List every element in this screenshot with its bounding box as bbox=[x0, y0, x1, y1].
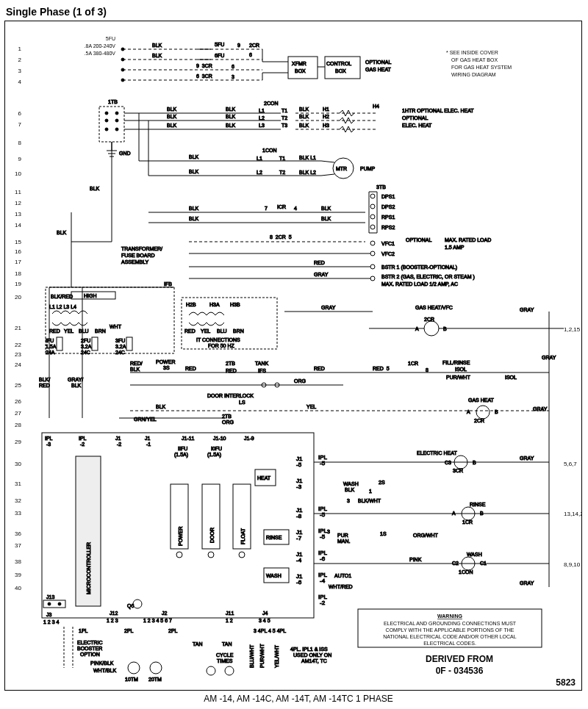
svg-text:-1: -1 bbox=[146, 442, 151, 447]
svg-text:21: 21 bbox=[15, 325, 21, 331]
svg-text:L1: L1 bbox=[259, 108, 265, 113]
page-id: 5823 bbox=[556, 677, 576, 688]
svg-text:ELECTRICAL CODES.: ELECTRICAL CODES. bbox=[423, 641, 476, 646]
svg-text:.8A 200-240V: .8A 200-240V bbox=[85, 43, 116, 48]
svg-point-407 bbox=[225, 666, 234, 675]
svg-text:YEL: YEL bbox=[64, 328, 74, 334]
svg-text:DPS2: DPS2 bbox=[381, 204, 395, 209]
svg-text:BLK: BLK bbox=[90, 186, 100, 191]
svg-line-141 bbox=[321, 174, 334, 176]
svg-text:MAX. RATED LOAD: MAX. RATED LOAD bbox=[445, 237, 491, 242]
svg-point-306 bbox=[239, 552, 245, 558]
svg-text:-5: -5 bbox=[320, 460, 326, 467]
svg-text:GND: GND bbox=[119, 151, 131, 156]
row-numbers-left: 1 2 3 4 6 7 8 9 10 11 12 13 14 15 16 17 … bbox=[15, 46, 21, 591]
svg-text:ELECTRIC: ELECTRIC bbox=[77, 640, 103, 645]
svg-text:HIGH: HIGH bbox=[84, 293, 97, 298]
svg-text:J1-10: J1-10 bbox=[213, 436, 226, 441]
svg-text:B: B bbox=[495, 409, 498, 414]
svg-text:HEAT: HEAT bbox=[257, 475, 271, 481]
svg-text:L2: L2 bbox=[259, 115, 265, 120]
svg-text:NATIONAL ELECTRICAL CODE AND/O: NATIONAL ELECTRICAL CODE AND/OR OTHER LO… bbox=[383, 634, 516, 639]
svg-text:AUTO1: AUTO1 bbox=[334, 573, 351, 578]
svg-text:BLK: BLK bbox=[167, 107, 177, 112]
svg-text:RED: RED bbox=[226, 368, 237, 373]
svg-text:16: 16 bbox=[15, 248, 21, 255]
svg-text:BLK/RED: BLK/RED bbox=[51, 294, 73, 299]
svg-text:1 2 3 4 5 6 7: 1 2 3 4 5 6 7 bbox=[143, 618, 172, 623]
svg-text:BRN: BRN bbox=[233, 328, 244, 334]
svg-text:OPTIONAL: OPTIONAL bbox=[402, 115, 429, 120]
svg-text:BLK/WHT: BLK/WHT bbox=[358, 498, 381, 503]
svg-text:24A: 24A bbox=[46, 350, 55, 355]
svg-text:40: 40 bbox=[15, 585, 21, 591]
svg-point-88 bbox=[105, 128, 108, 131]
svg-text:WIRING DIAGRAM: WIRING DIAGRAM bbox=[451, 72, 496, 77]
svg-text:3FU: 3FU bbox=[115, 338, 125, 343]
svg-text:IPL: IPL bbox=[79, 436, 87, 441]
svg-point-168 bbox=[370, 204, 375, 209]
svg-text:4: 4 bbox=[18, 79, 22, 85]
svg-line-140 bbox=[321, 161, 334, 162]
svg-text:GAS HEAT: GAS HEAT bbox=[468, 397, 495, 403]
svg-text:RED/: RED/ bbox=[130, 361, 143, 366]
svg-text:3.2A: 3.2A bbox=[81, 344, 92, 349]
svg-text:1S: 1S bbox=[380, 531, 387, 536]
svg-text:IFS: IFS bbox=[258, 368, 266, 373]
svg-text:J4: J4 bbox=[262, 611, 268, 616]
row26-28: DOOR INTERLOCK LS BLK 2TB ORG YEL GAS HE… bbox=[119, 393, 549, 425]
svg-text:30: 30 bbox=[15, 461, 21, 467]
svg-text:PUR/WHT: PUR/WHT bbox=[446, 375, 470, 380]
svg-text:BOX: BOX bbox=[295, 68, 306, 73]
svg-text:GRAY: GRAY bbox=[542, 355, 556, 360]
svg-text:6  3CR: 6 3CR bbox=[196, 73, 212, 79]
svg-text:I0FU: I0FU bbox=[211, 446, 222, 451]
svg-text:BLK: BLK bbox=[299, 114, 309, 119]
svg-text:3 4PL 4 5 4PL: 3 4PL 4 5 4PL bbox=[254, 628, 286, 633]
svg-text:10TM: 10TM bbox=[125, 677, 138, 682]
svg-text:FLOAT: FLOAT bbox=[240, 528, 245, 544]
transformer-assembly: TRANSFORMER/ FUSE BOARD ASSEMBLY IFB HIG… bbox=[46, 246, 174, 355]
svg-text:GRAY: GRAY bbox=[520, 580, 534, 586]
svg-text:BLK: BLK bbox=[189, 206, 199, 211]
svg-text:WASH: WASH bbox=[343, 481, 359, 486]
svg-point-234 bbox=[424, 321, 439, 336]
svg-text:7: 7 bbox=[18, 121, 22, 128]
svg-text:-6: -6 bbox=[320, 555, 326, 562]
svg-text:1 2 3: 1 2 3 bbox=[107, 618, 118, 623]
svg-text:J13: J13 bbox=[46, 594, 54, 600]
svg-text:J3: J3 bbox=[46, 612, 52, 617]
svg-text:H2: H2 bbox=[323, 114, 329, 119]
svg-text:FILL/RINSE: FILL/RINSE bbox=[442, 360, 470, 365]
svg-text:PUMP: PUMP bbox=[360, 166, 376, 171]
svg-text:8: 8 bbox=[426, 367, 429, 373]
svg-text:3 4 5: 3 4 5 bbox=[259, 618, 270, 623]
svg-text:BLK: BLK bbox=[321, 216, 331, 221]
svg-text:3: 3 bbox=[18, 68, 22, 74]
svg-text:BRN: BRN bbox=[95, 328, 106, 334]
svg-text:FOR 50 HZ: FOR 50 HZ bbox=[208, 343, 235, 348]
svg-text:BLK: BLK bbox=[226, 123, 236, 128]
svg-text:J1: J1 bbox=[115, 436, 121, 441]
svg-text:C3: C3 bbox=[445, 460, 451, 465]
svg-text:4: 4 bbox=[294, 206, 297, 211]
svg-point-87 bbox=[115, 119, 118, 122]
svg-rect-83 bbox=[99, 107, 124, 142]
svg-text:GAS HEAT: GAS HEAT bbox=[365, 67, 392, 72]
svg-text:BLK: BLK bbox=[130, 367, 140, 372]
row-refs-right: 1,2,15 5,6,7 13,14,24 8,9,10 bbox=[564, 326, 581, 568]
svg-text:WHT/BLK: WHT/BLK bbox=[93, 668, 116, 673]
svg-text:GRAY: GRAY bbox=[321, 305, 336, 310]
svg-text:22: 22 bbox=[15, 342, 21, 348]
svg-text:33: 33 bbox=[15, 510, 21, 517]
svg-text:BLK: BLK bbox=[156, 404, 166, 409]
svg-text:BSTR 1 (BOOSTER-OPTIONAL): BSTR 1 (BOOSTER-OPTIONAL) bbox=[381, 264, 457, 270]
svg-rect-372 bbox=[43, 600, 65, 608]
svg-text:20: 20 bbox=[15, 294, 21, 300]
svg-text:AM14T, TC: AM14T, TC bbox=[301, 658, 327, 663]
svg-text:TAN: TAN bbox=[222, 641, 232, 647]
svg-text:5FU: 5FU bbox=[106, 36, 115, 41]
svg-text:1CR: 1CR bbox=[408, 361, 418, 366]
svg-text:BLK: BLK bbox=[299, 123, 309, 128]
gas-heat-vfc-row: GAS HEAT/VFC GRAY 2CR A B GRAY GRAY bbox=[284, 305, 564, 587]
